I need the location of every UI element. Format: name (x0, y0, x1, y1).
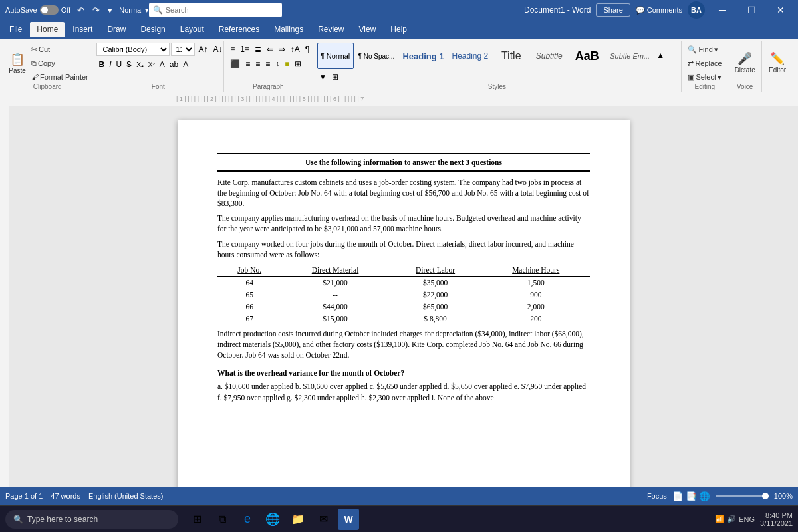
document-area[interactable]: Use the following information to answer … (9, 106, 798, 487)
system-tray: 📶 🔊 ENG (715, 515, 755, 523)
taskbar-folder-button[interactable]: 📁 (287, 509, 309, 530)
subscript-button[interactable]: X₂ (134, 58, 146, 71)
paste-button[interactable]: 📋 Paste (7, 46, 28, 80)
web-layout-button[interactable]: 🌐 (699, 491, 710, 501)
find-button[interactable]: 🔍 Find ▾ (686, 43, 720, 56)
copy-button[interactable]: ⧉ Copy (29, 57, 90, 70)
style-normal[interactable]: ¶ Normal (317, 43, 354, 69)
italic-button[interactable]: I (107, 58, 113, 71)
align-left-button[interactable]: ⬛ (228, 57, 242, 70)
bold-button[interactable]: B (96, 58, 106, 71)
para-row-1: ≡ 1≡ ≣ ⇐ ⇒ ↕A ¶ (228, 43, 311, 56)
multilevel-button[interactable]: ≣ (253, 43, 263, 56)
tab-view[interactable]: View (352, 22, 383, 37)
undo-button[interactable]: ↶ (74, 4, 87, 17)
replace-button[interactable]: ⇄ Replace (686, 57, 724, 70)
style-subtle-em[interactable]: Subtle Em... (606, 43, 653, 69)
paragraph-1: Kite Corp. manufactures custom cabinets … (217, 177, 590, 209)
borders-button[interactable]: ⊞ (293, 57, 303, 70)
focus-button[interactable]: Focus (647, 492, 667, 500)
style-heading2[interactable]: Heading 2 (449, 43, 492, 69)
status-bar: Page 1 of 1 47 words English (United Sta… (0, 487, 798, 505)
show-paragraph-button[interactable]: ¶ (303, 43, 311, 56)
tab-insert[interactable]: Insert (66, 22, 99, 37)
bullets-button[interactable]: ≡ (228, 43, 237, 56)
redo-button[interactable]: ↷ (90, 4, 102, 17)
font-group-label: Font (92, 83, 223, 90)
zoom-slider[interactable] (716, 495, 769, 497)
font-name-dropdown[interactable]: Calibri (Body) (96, 43, 170, 56)
align-center-button[interactable]: ≡ (243, 57, 252, 70)
style-no-spacing[interactable]: ¶ No Spac... (355, 43, 398, 69)
line-spacing-button[interactable]: ↕ (273, 57, 281, 70)
autosave-toggle[interactable] (40, 5, 59, 15)
taskbar-task-view-button[interactable]: ⧉ (211, 509, 233, 530)
read-mode-button[interactable]: 📄 (672, 491, 684, 501)
format-painter-button[interactable]: 🖌 Format Painter (29, 70, 90, 84)
styles-expand[interactable]: ⊞ (330, 70, 340, 84)
tab-design[interactable]: Design (134, 22, 172, 37)
maximize-button[interactable]: ☐ (739, 0, 763, 20)
minimize-button[interactable]: ─ (710, 0, 734, 20)
grow-font-button[interactable]: A↑ (196, 43, 209, 56)
qat-more-button[interactable]: ▾ (105, 4, 115, 17)
taskbar-chrome-button[interactable]: 🌐 (262, 509, 283, 530)
sort-button[interactable]: ↕A (289, 43, 302, 56)
tab-review[interactable]: Review (311, 22, 350, 37)
highlight-button[interactable]: ab (168, 58, 180, 71)
numbering-button[interactable]: 1≡ (238, 43, 251, 56)
tab-help[interactable]: Help (384, 22, 414, 37)
style-title[interactable]: Title (493, 43, 529, 69)
decrease-indent-button[interactable]: ⇐ (265, 43, 275, 56)
font-color-button[interactable]: A (181, 58, 190, 71)
tab-layout[interactable]: Layout (174, 22, 211, 37)
ruler-marks: | 1 | | | | | | | | 2 | | | | | | | | 3 … (176, 96, 642, 102)
font-size-dropdown[interactable]: 11 (171, 43, 195, 56)
shading-button[interactable]: ■ (283, 57, 291, 70)
tab-mailings[interactable]: Mailings (267, 22, 310, 37)
superscript-button[interactable]: X² (146, 58, 157, 71)
taskbar-windows-button[interactable]: ⊞ (186, 509, 207, 530)
tab-file[interactable]: File (3, 22, 29, 37)
styles-scroll-up[interactable]: ▲ (654, 49, 666, 62)
close-button[interactable]: ✕ (769, 0, 793, 20)
taskbar-edge-button[interactable]: e (237, 509, 258, 530)
clipboard-group: 📋 Paste ✂ Cut ⧉ Copy 🖌 Format Painter Cl… (3, 41, 92, 92)
search-input[interactable] (166, 6, 272, 14)
title-search-box[interactable]: 🔍 (149, 3, 282, 17)
tab-references[interactable]: References (212, 22, 266, 37)
style-subtitle[interactable]: Subtitle (531, 43, 567, 69)
taskbar-search-text: Type here to search (27, 515, 98, 524)
comments-button[interactable]: 💬 Comments (636, 6, 682, 15)
tab-draw[interactable]: Draw (100, 22, 132, 37)
taskbar-search-box[interactable]: 🔍 Type here to search (5, 510, 178, 529)
taskbar-mail-button[interactable]: ✉ (313, 509, 334, 530)
document-title: Document1 - Word (524, 5, 591, 15)
align-right-button[interactable]: ≡ (253, 57, 262, 70)
style-aab[interactable]: AaB (569, 43, 605, 69)
dictate-button[interactable]: 🎤 Dictate (732, 45, 757, 80)
shrink-font-button[interactable]: A↓ (211, 43, 224, 56)
underline-button[interactable]: U (114, 58, 124, 71)
styles-scroll-down[interactable]: ▼ (317, 70, 329, 84)
style-heading1[interactable]: Heading 1 (399, 43, 447, 69)
justify-button[interactable]: ≡ (263, 57, 272, 70)
tab-home[interactable]: Home (30, 22, 65, 37)
taskbar-word-button[interactable]: W (338, 509, 359, 530)
increase-indent-button[interactable]: ⇒ (277, 43, 287, 56)
language-indicator[interactable]: English (United States) (88, 492, 164, 500)
text-color-button[interactable]: A (158, 58, 167, 71)
editor-button[interactable]: ✏️ Editor (766, 45, 789, 80)
time-date[interactable]: 8:40 PM 3/11/2021 (760, 511, 793, 527)
share-button[interactable]: Share (596, 3, 630, 17)
select-button[interactable]: ▣ Select ▾ (686, 70, 724, 84)
cut-button[interactable]: ✂ Cut (29, 43, 90, 56)
print-layout-button[interactable]: 📑 (686, 491, 697, 501)
clipboard-small-btns: ✂ Cut ⧉ Copy 🖌 Format Painter (29, 43, 90, 84)
editor-group: ✏️ Editor (762, 41, 795, 92)
comments-icon: 💬 (636, 6, 645, 15)
wifi-icon: 📶 (715, 515, 724, 523)
user-avatar[interactable]: BA (688, 1, 705, 19)
strikethrough-button[interactable]: S̶ (124, 58, 134, 71)
table-row: 65--$22,000900 (217, 289, 590, 301)
